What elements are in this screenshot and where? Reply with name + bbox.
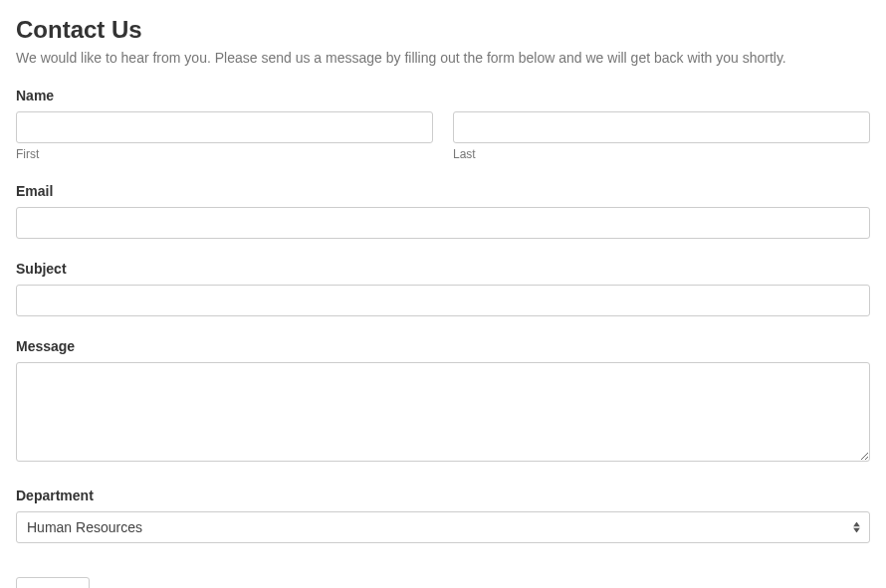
subject-field-group: Subject (16, 261, 870, 316)
last-name-sublabel: Last (453, 147, 870, 161)
contact-form: Name First Last Email Subject Message De… (16, 88, 870, 588)
page-title: Contact Us (16, 16, 870, 44)
message-label: Message (16, 338, 870, 354)
email-label: Email (16, 183, 870, 199)
name-label: Name (16, 88, 870, 103)
intro-text: We would like to hear from you. Please s… (16, 50, 870, 66)
department-field-group: Department Human Resources (16, 488, 870, 543)
message-field-group: Message (16, 338, 870, 466)
subject-label: Subject (16, 261, 870, 277)
department-select[interactable]: Human Resources (16, 511, 870, 543)
message-textarea[interactable] (16, 362, 870, 462)
subject-input[interactable] (16, 285, 870, 316)
email-field-group: Email (16, 183, 870, 239)
first-name-input[interactable] (16, 111, 433, 143)
submit-button[interactable]: Submit (16, 577, 90, 588)
first-name-col: First (16, 111, 433, 161)
department-label: Department (16, 488, 870, 503)
last-name-col: Last (453, 111, 870, 161)
email-input[interactable] (16, 207, 870, 239)
department-select-wrapper: Human Resources (16, 511, 870, 543)
name-row: First Last (16, 111, 870, 161)
name-field-group: Name First Last (16, 88, 870, 161)
last-name-input[interactable] (453, 111, 870, 143)
first-name-sublabel: First (16, 147, 433, 161)
